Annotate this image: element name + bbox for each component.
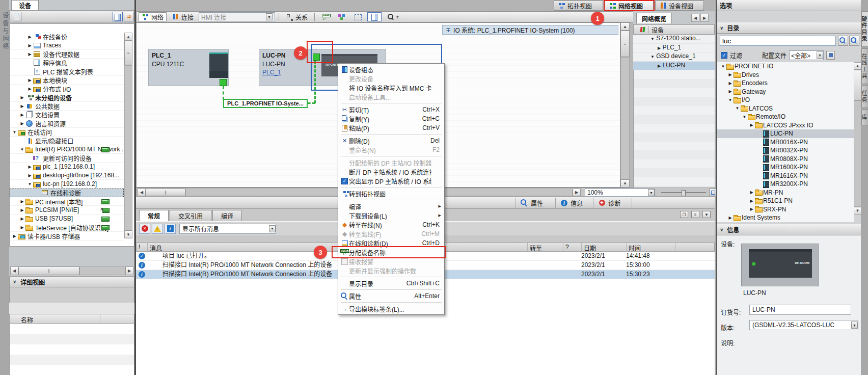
properties-button[interactable]: 属性 <box>516 198 555 208</box>
show-page-breaks-button[interactable] <box>351 12 365 21</box>
catalog-item[interactable]: ▼ LATCOS <box>717 104 854 113</box>
expand-arrow-icon[interactable]: ▼ <box>720 64 726 69</box>
expand-arrow-icon[interactable]: ▼ <box>19 147 25 152</box>
tree-item[interactable]: ▼ luc-pn [192.168.0.2] <box>10 180 124 189</box>
tree-item[interactable]: ▶ 文档设置 <box>10 111 124 119</box>
expand-arrow-icon[interactable]: ▶ <box>19 104 25 109</box>
catalog-item[interactable]: ▼ PROFINET IO <box>717 62 854 71</box>
catalog-search-input[interactable] <box>720 36 836 46</box>
zoom-slider[interactable] <box>661 192 706 193</box>
tree-item[interactable]: ▶ USB [S7USB] <box>10 215 124 223</box>
tree-item[interactable]: ▶ 公共数据 <box>10 102 124 111</box>
context-menu-item[interactable]: 将 IO 设备名称写入到 MMC 卡 <box>339 83 444 92</box>
sync-icon[interactable]: ⇉ <box>124 12 134 21</box>
dropdown-arrow-icon[interactable]: ▼ <box>266 13 273 20</box>
catalog-item[interactable]: MR1600X-PN <box>717 163 854 172</box>
collapse-icon[interactable]: ▼ <box>702 211 711 218</box>
catalog-item[interactable]: MR0032X-PN <box>717 146 854 155</box>
expand-arrow-icon[interactable]: ▼ <box>735 106 740 111</box>
context-menu-item[interactable]: 设备组态 <box>339 65 444 74</box>
context-menu-item[interactable]: 分配设备名称 <box>339 248 444 257</box>
version-dropdown-arrow-icon[interactable]: ▼ <box>851 322 858 329</box>
overview-row[interactable]: ▼ S7-1200 statio... <box>633 35 715 44</box>
filter-checkbox[interactable]: ✓ <box>721 52 727 59</box>
expand-arrow-icon[interactable]: ▶ <box>727 89 733 94</box>
tree-item[interactable]: ▶ PC internal [本地] <box>10 197 124 206</box>
version-select[interactable]: (GSDML-V2.35-LATCOS-LUC ▼ <box>749 320 858 330</box>
expand-arrow-icon[interactable]: ▶ <box>27 52 33 57</box>
info-section-header[interactable]: ∨ 信息 <box>717 224 862 235</box>
profile-dropdown-arrow-icon[interactable]: ▼ <box>817 51 823 59</box>
tree-item[interactable]: ▶ desktop-g8r0noe [192.168... <box>10 171 124 180</box>
lucpn-profinet-port[interactable] <box>313 53 320 61</box>
connection-type-select[interactable]: HMI 连接 ▼ <box>199 12 275 21</box>
expand-arrow-icon[interactable]: ▶ <box>19 217 25 221</box>
catalog-item[interactable]: ▶ Ident Systems <box>717 213 854 222</box>
tree-item[interactable]: ▶ Traces <box>10 41 124 50</box>
context-menu-item[interactable]: 编译 <box>339 202 444 211</box>
expand-arrow-icon[interactable]: ▶ <box>658 46 661 50</box>
search-up-icon[interactable] <box>849 36 859 46</box>
tree-item[interactable]: ▶ 在线备份 <box>10 33 124 41</box>
tab-network-overview[interactable]: 网络概览 <box>636 13 672 23</box>
task-card-tab[interactable]: 库 <box>861 110 868 125</box>
overview-row[interactable]: ▶ PLC_1 <box>633 44 715 53</box>
tab-devices[interactable]: 设备 <box>11 0 39 10</box>
zoom-level-select[interactable]: 100% ▼ <box>585 189 655 197</box>
context-menu-item[interactable]: 重命名(N) F2 <box>339 145 444 154</box>
tree-item[interactable]: ▶ 分布式 I/O <box>10 85 124 93</box>
expand-arrow-icon[interactable]: ▶ <box>27 173 33 178</box>
warnings-filter-icon[interactable] <box>152 224 163 234</box>
catalog-item[interactable]: ▶ SRX-PN <box>717 205 854 214</box>
expand-arrow-icon[interactable]: ▶ <box>19 225 25 230</box>
overview-row[interactable]: ▼ GSD device_1 <box>633 52 715 62</box>
overview-next-icon[interactable]: ▶ <box>700 14 709 22</box>
expand-arrow-icon[interactable]: ▼ <box>650 37 655 41</box>
tree-item[interactable]: ▶ PLCSIM [PN/IE] <box>10 206 124 215</box>
help-column[interactable]: ? <box>563 243 582 251</box>
expand-arrow-icon[interactable]: ▶ <box>19 95 25 100</box>
expand-arrow-icon[interactable]: ▼ <box>27 182 33 186</box>
context-menu-item[interactable]: 启动设备工具... <box>339 92 444 101</box>
float-window-icon[interactable]: ❐ <box>680 211 688 218</box>
expand-arrow-icon[interactable]: ▶ <box>727 81 733 86</box>
catalog-item[interactable]: MR0808X-PN <box>717 155 854 164</box>
inspector-tab[interactable]: 编译 <box>212 210 242 221</box>
details-view-header[interactable]: ∨ 详细视图 <box>9 276 134 287</box>
context-menu-item[interactable]: 显示目录 Ctrl+Shift+C <box>339 279 444 288</box>
errors-filter-icon[interactable] <box>139 224 150 234</box>
tree-item[interactable]: 在线和诊断 <box>10 189 124 197</box>
tree-item[interactable]: PLC 报警文本列表 <box>10 67 124 76</box>
expand-arrow-icon[interactable]: ▼ <box>742 115 747 119</box>
context-menu-item[interactable]: 导出模块标签条(L)... <box>339 304 444 313</box>
tree-item[interactable]: ▶ 未分组的设备 <box>10 93 124 102</box>
expand-arrow-icon[interactable]: ▶ <box>12 234 17 238</box>
context-menu-item[interactable]: 断开 DP 主站系统 / IO 系统连接 <box>339 167 444 176</box>
project-tree-vscrollbar[interactable]: ▲ ≡ ▼ <box>124 33 132 238</box>
catalog-item[interactable]: ▶ Drives <box>717 71 854 79</box>
zoom-button[interactable]: ± <box>384 12 402 21</box>
info-button[interactable]: 信息 <box>555 198 592 208</box>
context-menu-item[interactable]: 更改设备 <box>339 74 444 83</box>
tab-network-view[interactable]: 网络视图 <box>605 1 654 11</box>
message-filter-select[interactable]: 显示所有消息 ▼ <box>179 224 276 234</box>
tab-topology-view[interactable]: 拓扑视图 <box>554 1 603 11</box>
tree-item[interactable]: ▶ 读卡器/USB 存储器 <box>10 232 124 240</box>
inspector-tab[interactable]: 交叉引用 <box>170 210 211 221</box>
tree-item[interactable]: ▶ TeleService [自动协议识别] <box>10 223 124 232</box>
task-card-tab[interactable]: 任务 <box>861 86 868 108</box>
connections-mode-button[interactable]: 连接 <box>169 12 197 21</box>
context-menu-item[interactable]: 转至在线(N) Ctrl+K <box>339 220 444 229</box>
catalog-vscrollbar[interactable]: ▲ ▼ <box>854 62 861 222</box>
info-filter-icon[interactable] <box>165 224 176 234</box>
tree-item[interactable]: ▶ 语言和资源 <box>10 119 124 128</box>
catalog-item[interactable]: MR3200X-PN <box>717 180 854 189</box>
catalog-item[interactable]: ▶ MR-PN <box>717 189 854 197</box>
expand-arrow-icon[interactable]: ▶ <box>727 216 733 220</box>
expand-arrow-icon[interactable]: ▶ <box>27 35 33 39</box>
date-column[interactable]: 日期 <box>582 243 627 251</box>
highlight-io-button[interactable] <box>335 12 349 21</box>
expand-arrow-icon[interactable]: ▶ <box>19 121 25 126</box>
tree-item[interactable]: ▼ Intel(R) PRO/1000 MT Network ... <box>10 145 124 154</box>
context-menu-item[interactable]: 下载到设备(L) <box>339 211 444 220</box>
